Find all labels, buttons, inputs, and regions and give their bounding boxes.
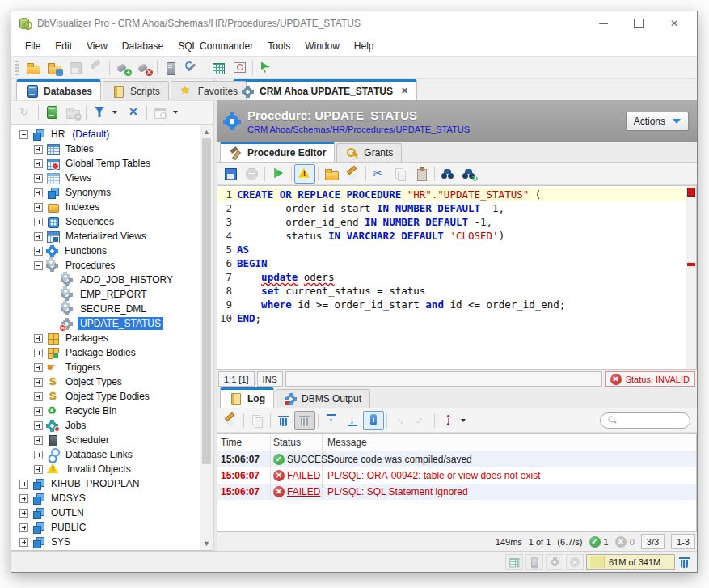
tree-item-jobs[interactable]: Jobs <box>11 418 200 433</box>
tree-item-label[interactable]: Scheduler <box>63 434 112 446</box>
menu-view[interactable]: View <box>79 37 115 55</box>
open-folder-button[interactable] <box>23 58 44 78</box>
layout-icon[interactable] <box>505 554 523 570</box>
tree-scrollbar[interactable]: ▲ ▼ <box>200 125 213 550</box>
expand-icon[interactable] <box>34 145 43 154</box>
expand-icon[interactable] <box>19 494 28 503</box>
tree-item-recycle-bin[interactable]: Recycle Bin <box>11 404 200 418</box>
code-line[interactable]: 4 status IN VARCHAR2 DEFAULT 'CLOSED') <box>217 229 686 243</box>
expand-icon[interactable] <box>34 436 43 445</box>
save-to-file-button[interactable] <box>342 164 363 184</box>
expand-icon[interactable] <box>34 392 43 401</box>
filter-connections-button[interactable] <box>89 103 110 122</box>
find-replace-button[interactable] <box>458 164 479 184</box>
code-line[interactable]: 3 order_id_end IN NUMBER DEFAULT -1, <box>217 215 686 229</box>
open-folder-settings-button[interactable] <box>44 58 65 78</box>
tab-dbms-output[interactable]: DBMS Output <box>276 389 370 408</box>
monitor-button[interactable] <box>229 58 250 78</box>
execute-button[interactable] <box>268 164 289 184</box>
tree-item-label[interactable]: UPDATE_STATUS <box>78 317 163 330</box>
tree-item-hr[interactable]: HR(Default) <box>11 127 200 142</box>
scroll-up-icon[interactable]: ▲ <box>200 125 213 138</box>
menu-file[interactable]: File <box>18 37 48 55</box>
memory-indicator[interactable]: 61M of 341M <box>586 554 675 570</box>
expand-icon[interactable] <box>34 203 43 212</box>
collapse-icon[interactable] <box>34 261 43 270</box>
menu-sql-commander[interactable]: SQL Commander <box>171 37 260 55</box>
show-details-button[interactable] <box>363 411 384 430</box>
code-line[interactable]: 5AS <box>217 243 686 256</box>
expand-icon[interactable] <box>19 538 28 547</box>
tree-item-emp-report[interactable]: EMP_REPORT <box>11 287 200 302</box>
expand-icon[interactable] <box>34 407 43 416</box>
tree-item-label[interactable]: EMP_REPORT <box>78 288 149 301</box>
tree-item-label[interactable]: Materialized Views <box>63 230 149 243</box>
tree-item-label[interactable]: Object Types <box>63 375 124 388</box>
tree-item-label[interactable]: Jobs <box>63 419 88 432</box>
scroll-to-top-button[interactable] <box>321 411 342 430</box>
minimize-button[interactable] <box>585 12 621 35</box>
log-row[interactable]: 15:06:07SUCCESSSource code was compiled/… <box>217 451 696 467</box>
disconnect-button[interactable]: ✕ <box>133 58 154 78</box>
tree-item-label[interactable]: Procedures <box>63 259 117 272</box>
expand-icon[interactable] <box>34 247 43 256</box>
tab-favorites[interactable]: Favorites <box>171 81 247 100</box>
tree-item-sys[interactable]: SYS <box>11 535 200 549</box>
log-row[interactable]: 15:06:07FAILEDPL/SQL: ORA-00942: table o… <box>217 467 696 484</box>
tree-item-views[interactable]: Views <box>11 171 200 185</box>
tree-item-label[interactable]: PUBLIC <box>49 521 88 534</box>
menu-edit[interactable]: Edit <box>48 37 79 55</box>
cut-button[interactable] <box>369 164 390 184</box>
expand-icon[interactable] <box>34 363 43 372</box>
tree-item-label[interactable]: Triggers <box>63 361 103 374</box>
tree-item-database-links[interactable]: Database Links <box>11 447 200 462</box>
tree-item-label[interactable]: SYS <box>49 535 73 548</box>
menu-window[interactable]: Window <box>298 37 347 55</box>
tree-item-mdsys[interactable]: MDSYS <box>11 491 200 506</box>
expand-icon[interactable] <box>19 523 28 532</box>
scroll-thumb[interactable] <box>202 138 211 464</box>
tree-item-label[interactable]: Sequences <box>63 215 116 228</box>
close-tab-icon[interactable] <box>401 86 408 96</box>
tree-item-label[interactable]: Tables <box>63 142 96 155</box>
error-marker[interactable] <box>687 263 695 266</box>
highlight-errors-button[interactable] <box>294 164 315 184</box>
find-button[interactable] <box>437 164 458 184</box>
object-breadcrumb[interactable]: CRM Ahoa/Schemas/HR/Procedures/UPDATE_ST… <box>247 125 470 134</box>
maximize-button[interactable] <box>621 12 656 35</box>
expand-icon[interactable] <box>34 334 43 343</box>
scroll-to-bottom-button[interactable] <box>342 411 363 430</box>
database-server-button[interactable] <box>160 58 181 78</box>
dropdown-arrow-icon[interactable] <box>112 111 117 114</box>
tree-item-synonyms[interactable]: Synonyms <box>11 185 200 200</box>
code-line[interactable]: 10END; <box>217 311 686 325</box>
error-marker[interactable] <box>687 188 695 197</box>
column-header-status[interactable]: Status <box>271 434 323 451</box>
tree-item-label[interactable]: Functions <box>62 244 109 257</box>
tree-item-label[interactable]: Packages <box>63 332 111 345</box>
tree-item-label[interactable]: Database Links <box>63 448 135 461</box>
tree-item-materialized-views[interactable]: Materialized Views <box>11 229 200 243</box>
tab-scripts[interactable]: Scripts <box>103 81 169 100</box>
menu-database[interactable]: Database <box>115 37 171 55</box>
expand-icon[interactable] <box>34 451 43 459</box>
log-row[interactable]: 15:06:07FAILEDPL/SQL: SQL Statement igno… <box>217 484 696 500</box>
create-connection-button[interactable] <box>41 103 62 122</box>
tab-log[interactable]: Log <box>220 387 274 408</box>
cancel-task-icon[interactable] <box>566 554 584 570</box>
sql-commander-button[interactable] <box>255 58 276 78</box>
tree-item-label[interactable]: Indexes <box>63 201 102 214</box>
log-search-input[interactable] <box>622 415 687 426</box>
tree-item-label[interactable]: Package Bodies <box>63 346 138 359</box>
tree-item-label[interactable]: Synonyms <box>63 186 113 199</box>
tree-item-package-bodies[interactable]: Package Bodies <box>11 345 200 360</box>
tree-item-indexes[interactable]: Indexes <box>11 200 200 214</box>
tree-item-label[interactable]: MDSYS <box>49 492 88 505</box>
expand-icon[interactable] <box>34 378 43 387</box>
tree-item-label[interactable]: HR <box>49 128 67 141</box>
tree-item-kihub-prodplan[interactable]: KIHUB_PRODPLAN <box>11 476 200 491</box>
tab-procedure-editor[interactable]: Procedure Editor <box>220 142 335 162</box>
tree-item-label[interactable]: Invalid Objects <box>65 463 133 476</box>
dropdown-arrow-icon[interactable] <box>461 419 466 422</box>
export-log-button[interactable] <box>220 411 241 430</box>
